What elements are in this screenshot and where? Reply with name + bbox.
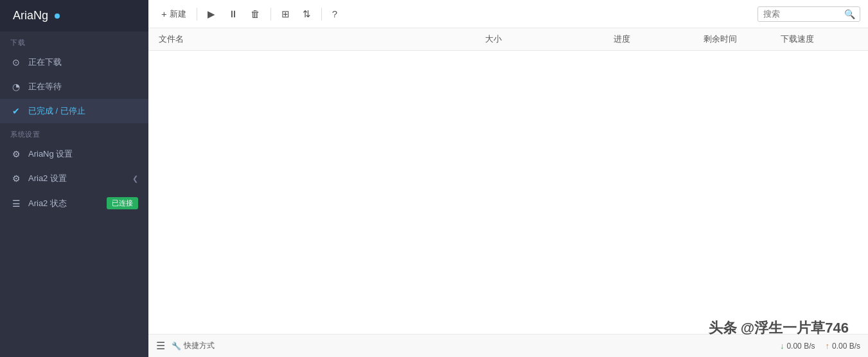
toolbar-divider-1: [197, 8, 197, 21]
completed-icon: ✔: [10, 106, 22, 116]
sidebar-item-waiting[interactable]: ◔ 正在等待: [0, 74, 148, 99]
sidebar-item-aria2-status[interactable]: ☰ Aria2 状态 已连接: [0, 191, 148, 216]
sidebar: AriaNg 下载 ⊙ 正在下载 ◔ 正在等待 ✔ 已完成 / 已停止 系统设置…: [0, 0, 148, 357]
help-button[interactable]: ?: [327, 5, 342, 22]
play-icon: ▶: [208, 8, 215, 20]
new-button[interactable]: + 新建: [156, 5, 191, 23]
sidebar-item-completed[interactable]: ✔ 已完成 / 已停止: [0, 99, 148, 123]
footer-left: ☰ 🔧 快捷方式: [156, 340, 215, 352]
shortcut-label: 快捷方式: [184, 340, 215, 351]
chevron-icon: ❮: [132, 175, 138, 183]
search-input[interactable]: [763, 9, 840, 19]
new-button-label: 新建: [170, 8, 186, 20]
section-label-downloads: 下载: [0, 31, 148, 50]
footer-right: ↓ 0.00 B/s ↑ 0.00 B/s: [780, 341, 860, 351]
col-header-speed: 下载速度: [781, 33, 858, 45]
logo-dot: [55, 13, 60, 19]
ariang-settings-icon: ⚙: [10, 149, 22, 159]
sort-icon: ⇅: [303, 8, 311, 20]
help-icon: ?: [332, 8, 337, 19]
plus-icon: +: [161, 8, 167, 19]
shortcut-button[interactable]: 🔧 快捷方式: [172, 340, 215, 351]
wrench-icon: 🔧: [172, 342, 181, 351]
trash-icon: 🗑: [251, 8, 260, 19]
sidebar-item-label: AriaNg 设置: [28, 148, 73, 160]
table-body: [148, 51, 868, 334]
app-logo[interactable]: AriaNg: [0, 0, 148, 31]
col-header-progress: 进度: [614, 33, 704, 45]
delete-button[interactable]: 🗑: [245, 5, 265, 22]
upload-arrow-icon: ↑: [825, 341, 829, 351]
sidebar-item-aria2-settings[interactable]: ⚙ Aria2 设置 ❮: [0, 166, 148, 191]
menu-icon[interactable]: ☰: [156, 340, 165, 352]
toolbar-divider-2: [270, 8, 271, 21]
download-arrow-icon: ↓: [780, 341, 784, 351]
section-label-settings: 系统设置: [0, 123, 148, 142]
aria2-status-icon: ☰: [10, 198, 22, 209]
search-icon: 🔍: [844, 9, 855, 19]
toolbar-divider-3: [321, 8, 322, 21]
col-header-size: 大小: [485, 33, 614, 45]
download-speed-value: 0.00 B/s: [786, 342, 815, 351]
logo-text: AriaNg: [13, 9, 48, 22]
start-button[interactable]: ▶: [202, 5, 220, 23]
col-header-remaining: 剩余时间: [704, 33, 781, 45]
footer: ☰ 🔧 快捷方式 ↓ 0.00 B/s ↑ 0.00 B/s: [148, 334, 868, 357]
sidebar-item-label: Aria2 状态: [28, 198, 67, 209]
upload-speed-value: 0.00 B/s: [832, 342, 860, 351]
table-header: 文件名 大小 进度 剩余时间 下载速度: [148, 28, 868, 51]
toolbar: + 新建 ▶ ⏸ 🗑 ⊞ ⇅ ?: [148, 0, 868, 28]
aria2-settings-icon: ⚙: [10, 173, 22, 184]
grid-button[interactable]: ⊞: [276, 5, 295, 23]
pause-icon: ⏸: [228, 8, 238, 19]
sidebar-item-label: Aria2 设置: [28, 173, 67, 184]
pause-button[interactable]: ⏸: [223, 5, 243, 22]
sidebar-item-label: 正在下载: [28, 57, 62, 68]
main-content: + 新建 ▶ ⏸ 🗑 ⊞ ⇅ ?: [148, 0, 868, 357]
grid-icon: ⊞: [281, 8, 290, 20]
sort-button[interactable]: ⇅: [297, 5, 316, 23]
sidebar-item-downloading[interactable]: ⊙ 正在下载: [0, 50, 148, 74]
connected-badge: 已连接: [107, 197, 138, 209]
sidebar-item-ariang-settings[interactable]: ⚙ AriaNg 设置: [0, 142, 148, 166]
sidebar-item-label: 正在等待: [28, 81, 62, 92]
downloading-icon: ⊙: [10, 57, 22, 67]
sidebar-item-label: 已完成 / 已停止: [28, 105, 85, 117]
upload-speed: ↑ 0.00 B/s: [825, 341, 860, 351]
col-header-filename: 文件名: [159, 33, 485, 45]
search-box: 🔍: [757, 6, 860, 22]
waiting-icon: ◔: [10, 82, 22, 92]
download-speed: ↓ 0.00 B/s: [780, 341, 815, 351]
